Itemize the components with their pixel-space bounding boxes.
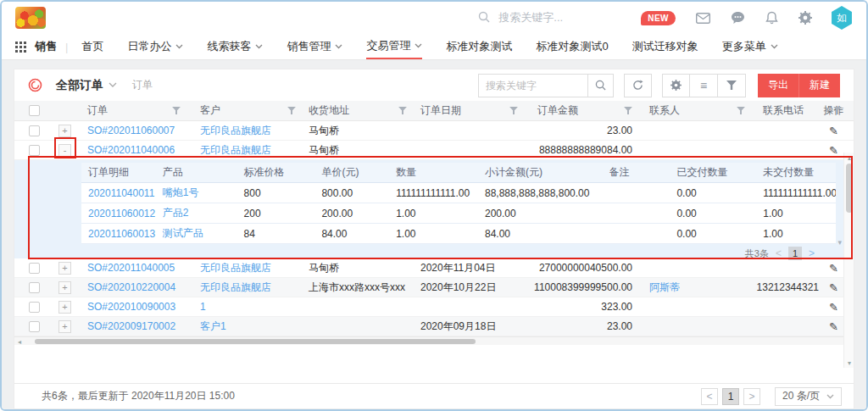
edit-icon[interactable]: ✎	[829, 281, 838, 294]
product-link[interactable]: 产品2	[156, 203, 237, 223]
customer-link[interactable]: 无印良品旗舰店	[200, 143, 271, 158]
next-page-button[interactable]: >	[743, 388, 760, 405]
page-size-select[interactable]: 20 条/页	[775, 387, 842, 406]
current-page[interactable]: 1	[722, 388, 739, 405]
customer-link[interactable]: 无印良品旗舰店	[200, 261, 271, 275]
collapse-row-button[interactable]: -	[58, 144, 71, 157]
customer-link[interactable]: 客户1	[200, 319, 226, 334]
chevron-down-icon	[826, 394, 834, 399]
filter-icon[interactable]	[718, 74, 746, 97]
table-row: + SO#202011040005 无印良品旗舰店 马甸桥 2020年11月04…	[14, 258, 854, 278]
panel-scroll-down-icon[interactable]: ▾	[837, 238, 842, 247]
order-link[interactable]: SO#202011040006	[87, 144, 175, 156]
mail-icon[interactable]	[696, 13, 710, 24]
filter-icon	[833, 107, 842, 114]
nav-item-daily-office[interactable]: 日常办公	[127, 34, 183, 59]
horizontal-scrollbar[interactable]: ◂ ▸	[14, 336, 854, 345]
detail-line-link[interactable]: 202011060013	[81, 224, 156, 243]
order-link[interactable]: SO#202010220004	[87, 281, 175, 293]
contact-link[interactable]: 阿斯蒂	[649, 280, 680, 295]
nav-item-migrate-object[interactable]: 测试迁移对象	[632, 34, 698, 59]
order-link[interactable]: SO#202011060007	[87, 125, 175, 136]
row-checkbox[interactable]	[29, 125, 40, 136]
row-checkbox[interactable]	[29, 282, 40, 293]
nav-item-leads[interactable]: 线索获客	[207, 34, 263, 59]
expand-row-button[interactable]: +	[58, 125, 71, 137]
prev-page-button[interactable]: <	[701, 388, 718, 405]
list-search-input[interactable]	[479, 80, 587, 92]
global-search[interactable]: 搜索关键字...	[478, 10, 563, 25]
view-selector[interactable]: 全部订单	[56, 78, 103, 93]
order-link[interactable]: SO#202010090003	[87, 301, 175, 313]
expand-row-button[interactable]: +	[58, 320, 71, 333]
edit-icon[interactable]: ✎	[829, 144, 838, 157]
order-link[interactable]: SO#202009170002	[87, 320, 175, 332]
edit-icon[interactable]: ✎	[829, 301, 838, 314]
detail-prev-page-button[interactable]: <	[776, 247, 782, 259]
edit-icon[interactable]: ✎	[829, 320, 838, 333]
gear-icon[interactable]	[798, 11, 812, 25]
list-view-icon[interactable]: ≡	[690, 74, 718, 97]
edit-icon[interactable]: ✎	[829, 262, 838, 275]
nav-item-home[interactable]: 首页	[81, 34, 103, 59]
detail-current-page[interactable]: 1	[788, 247, 802, 260]
edit-icon[interactable]: ✎	[829, 125, 838, 137]
filter-icon	[624, 107, 632, 114]
vertical-scrollbar-thumb[interactable]	[846, 164, 853, 213]
nav-divider: |	[65, 41, 68, 53]
search-icon[interactable]	[587, 75, 613, 97]
create-button[interactable]: 新建	[798, 74, 840, 97]
scroll-up-icon[interactable]: ▴	[844, 153, 854, 163]
chevron-down-icon	[255, 44, 263, 49]
export-button[interactable]: 导出	[758, 74, 798, 97]
scroll-left-icon[interactable]: ◂	[14, 337, 25, 346]
nav-item-std-object-test0[interactable]: 标准对象测试0	[536, 34, 608, 59]
row-checkbox[interactable]	[29, 302, 40, 313]
vertical-scrollbar[interactable]: ▴ ▾	[843, 153, 854, 368]
detail-row: 202011040011 嘴炮1号 800 800.00 11111111111…	[81, 183, 836, 203]
detail-line-link[interactable]: 202011040011	[81, 183, 156, 203]
select-all-checkbox[interactable]	[29, 105, 40, 116]
bell-icon[interactable]	[765, 11, 778, 25]
detail-header-row: 订单明细 产品 标准价格 单价(元) 数量 小计金额(元) 备注 已交付数量 未…	[81, 163, 836, 183]
nav-item-sales-mgmt[interactable]: 销售管理	[287, 34, 342, 59]
nav-item-trade-mgmt[interactable]: 交易管理	[366, 34, 422, 59]
app-logo[interactable]	[15, 7, 46, 29]
list-search	[478, 74, 614, 97]
customer-link[interactable]: 1	[200, 301, 206, 313]
refresh-icon[interactable]	[624, 74, 652, 97]
detail-line-link[interactable]: 202011060012	[81, 203, 156, 223]
filter-icon	[737, 107, 745, 114]
chevron-down-icon[interactable]	[108, 82, 117, 88]
amount-cell: 323.00	[601, 301, 632, 313]
row-checkbox[interactable]	[29, 321, 40, 332]
product-link[interactable]: 嘴炮1号	[156, 183, 237, 203]
detail-pagination: 共3条 < 1 >	[81, 246, 854, 261]
qty-cell: 1.00	[392, 203, 477, 223]
scroll-down-icon[interactable]: ▾	[844, 358, 854, 368]
product-link[interactable]: 测试产品	[156, 224, 237, 243]
horizontal-scrollbar-thumb[interactable]	[35, 339, 476, 344]
customer-link[interactable]: 无印良品旗舰店	[200, 124, 271, 138]
row-checkbox[interactable]	[29, 145, 40, 156]
table-row: + SO#202011060007 无印良品旗舰店 马甸桥 23.00 ✎	[14, 121, 854, 141]
detail-col-undelivered: 未交付数量	[756, 163, 836, 182]
user-avatar[interactable]: 如	[831, 6, 853, 30]
nav-item-std-object-test[interactable]: 标准对象测试	[446, 34, 512, 59]
chat-icon[interactable]	[731, 11, 745, 25]
expand-row-button[interactable]: +	[58, 262, 71, 275]
row-checkbox[interactable]	[29, 263, 40, 274]
settings-gear-icon[interactable]	[662, 74, 690, 97]
subtotal-cell: 200.00	[477, 203, 603, 223]
customer-link[interactable]: 无印良品旗舰店	[200, 280, 271, 295]
detail-next-page-button[interactable]: >	[809, 247, 815, 259]
delivered-cell: 0.00	[671, 224, 756, 243]
expand-row-button[interactable]: +	[58, 281, 71, 294]
nav-item-more-menu[interactable]: 更多菜单	[722, 34, 778, 59]
expand-row-button[interactable]: +	[58, 301, 71, 314]
std-price-cell: 84	[237, 224, 315, 243]
subtotal-cell: 84.00	[477, 224, 603, 243]
detail-col-unit-price: 单价(元)	[314, 163, 392, 182]
app-grid-icon[interactable]	[15, 42, 26, 53]
order-link[interactable]: SO#202011040005	[87, 262, 175, 274]
